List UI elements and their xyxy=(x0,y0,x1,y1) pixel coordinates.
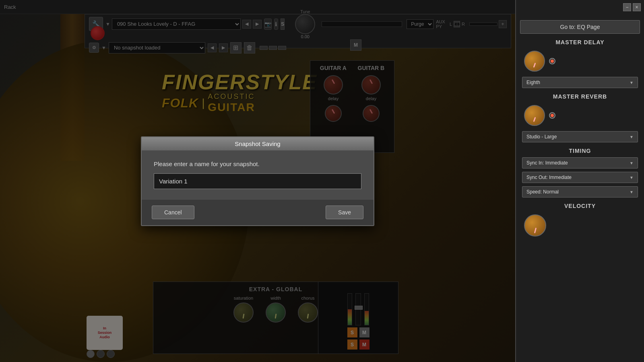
cancel-button[interactable]: Cancel xyxy=(152,206,194,219)
sync-out-arrow: ▼ xyxy=(630,175,634,180)
studio-large-dropdown[interactable]: Studio - Large ▼ xyxy=(522,131,638,142)
eq-page-button[interactable]: Go to: EQ Page xyxy=(520,20,640,34)
modal-footer: Cancel Save xyxy=(142,199,374,225)
master-delay-radio[interactable] xyxy=(549,58,555,64)
eighth-arrow: ▼ xyxy=(630,80,634,85)
master-delay-knob-row xyxy=(520,49,640,74)
right-panel: × − Go to: EQ Page MASTER DELAY Eighth ▼… xyxy=(515,0,644,362)
master-delay-title: MASTER DELAY xyxy=(520,39,640,45)
eighth-dropdown[interactable]: Eighth ▼ xyxy=(522,77,638,88)
speed-label: Speed: Normal xyxy=(526,189,559,195)
master-delay-knob[interactable] xyxy=(524,51,545,72)
master-reverb-knob[interactable] xyxy=(524,105,545,126)
studio-large-arrow: ▼ xyxy=(630,135,634,139)
sync-in-arrow: ▼ xyxy=(630,161,634,165)
save-button[interactable]: Save xyxy=(326,206,363,219)
sync-out-label: Sync Out: Immediate xyxy=(526,175,572,180)
snapshot-name-input[interactable] xyxy=(154,173,361,189)
speed-arrow: ▼ xyxy=(630,190,634,194)
close-button[interactable]: × xyxy=(633,3,641,11)
eighth-label: Eighth xyxy=(526,80,540,85)
timing-title: TIMING xyxy=(520,148,640,154)
sync-in-dropdown[interactable]: Sync In: Immediate ▼ xyxy=(522,157,638,169)
speed-dropdown[interactable]: Speed: Normal ▼ xyxy=(522,186,638,197)
sync-in-label: Sync In: Immediate xyxy=(526,160,568,166)
modal-prompt: Please enter a name for your snapshot. xyxy=(154,160,361,167)
master-reverb-title: MASTER REVERB xyxy=(520,93,640,100)
master-reverb-knob-row xyxy=(520,103,640,128)
snapshot-saving-dialog: Snapshot Saving Please enter a name for … xyxy=(141,136,374,226)
velocity-knob[interactable] xyxy=(524,214,546,237)
velocity-title: VELOCITY xyxy=(520,203,640,209)
modal-body: Please enter a name for your snapshot. xyxy=(142,150,374,199)
velocity-knob-row xyxy=(520,212,640,239)
minimize-button[interactable]: − xyxy=(623,3,631,11)
modal-titlebar: Snapshot Saving xyxy=(142,137,374,150)
modal-overlay: Snapshot Saving Please enter a name for … xyxy=(0,0,515,362)
sync-out-dropdown[interactable]: Sync Out: Immediate ▼ xyxy=(522,172,638,183)
master-reverb-radio[interactable] xyxy=(549,112,555,119)
studio-large-label: Studio - Large xyxy=(526,134,557,140)
